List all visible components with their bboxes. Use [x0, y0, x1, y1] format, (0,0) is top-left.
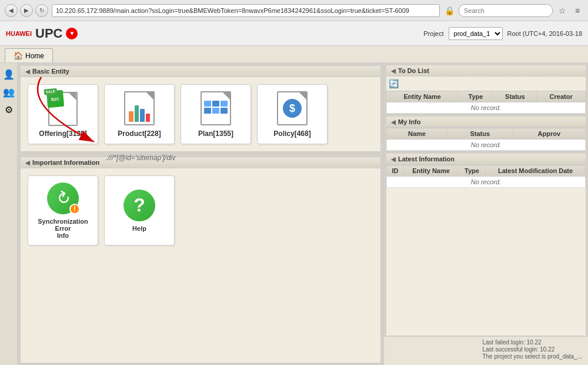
latest-title: Latest Information [398, 155, 455, 162]
latest-col-entity: Entity Name [404, 165, 459, 177]
timezone-info: Root (UTC+4, 2016-03-18 [507, 30, 582, 37]
entity-card-offering[interactable]: SALE B2C Offering[3139] [28, 84, 98, 144]
sync-icon: ↻ ! [47, 182, 79, 214]
entity-grid: SALE B2C Offering[3139] [21, 77, 380, 151]
browser-icons: ☆ ≡ [556, 5, 583, 16]
important-info-panel: ◀ Important Information ↻ ! [20, 157, 381, 363]
todo-title: To Do List [398, 67, 429, 74]
left-panels: ◀ Basic Entity SALE B2C [18, 63, 383, 365]
myinfo-col-approv: Approv [513, 128, 585, 140]
bar4 [146, 114, 151, 122]
todo-no-record: No record. [387, 102, 586, 114]
dollar-icon: $ [283, 99, 302, 118]
important-collapse-icon[interactable]: ◀ [25, 160, 30, 166]
last-success-value: 10.22 [540, 346, 554, 353]
policy-doc-icon: $ [277, 91, 308, 125]
todo-col-type: Type [458, 91, 493, 102]
sync-error-icon-area: ↻ ! [47, 182, 79, 214]
latest-collapse-icon[interactable]: ◀ [391, 156, 396, 162]
last-success-line: Last successful login: 10.22 [482, 346, 582, 353]
home-icon: 🏠 [14, 51, 23, 60]
product-icon-area [122, 91, 157, 126]
latest-no-record: No record. [387, 177, 586, 188]
app-header: HUAWEI UPC ▼ Project prod_data_1 Root (U… [0, 21, 588, 46]
sidebar-settings-icon[interactable]: ⚙ [2, 103, 15, 116]
policy-icon-area: $ [275, 91, 310, 126]
todo-toolbar: 🔄 [386, 77, 586, 91]
plan-doc-icon [201, 91, 231, 125]
sidebar-user-icon[interactable]: 👤 [2, 68, 15, 81]
company-name: HUAWEI [6, 30, 32, 37]
todo-col-creator: Creator [537, 91, 586, 102]
entity-card-product[interactable]: Product[228] [104, 84, 175, 144]
todo-header: ◀ To Do List [386, 65, 586, 77]
latest-header: ◀ Latest Information [386, 154, 586, 165]
plan-cell-4 [204, 108, 211, 114]
latest-col-id: ID [387, 165, 404, 177]
bar3 [140, 109, 145, 122]
important-info-title: Important Information [32, 159, 99, 166]
project-label: Project [423, 30, 443, 37]
entity-card-policy[interactable]: $ Policy[468] [257, 84, 328, 144]
menu-icon[interactable]: ≡ [572, 5, 583, 16]
plan-cell-1 [204, 101, 211, 107]
last-failed-label: Last failed login: [482, 339, 524, 346]
basic-entity-title: Basic Entity [32, 68, 69, 75]
xpath-annotation: .///*[@id='sitemap']/div [106, 154, 175, 162]
bookmark-icon[interactable]: ☆ [556, 5, 568, 16]
latest-col-type: Type [459, 165, 486, 177]
product-label: Product[228] [118, 130, 161, 138]
sidebar-group-icon[interactable]: 👥 [2, 85, 15, 98]
main-layout: 👤 👥 ⚙ ◀ Basic Entity [0, 63, 588, 365]
basic-entity-panel: ◀ Basic Entity SALE B2C [20, 65, 381, 152]
help-question-icon: ? [133, 194, 145, 216]
project-info-line: The project you select is prod_data_... [482, 353, 582, 360]
plan-icon-area [198, 91, 233, 126]
refresh-button[interactable]: ↻ [35, 4, 48, 17]
policy-label: Policy[468] [273, 130, 310, 138]
sync-error-line2: Info [57, 232, 69, 239]
important-info-header: ◀ Important Information [21, 157, 380, 168]
offering-icon: SALE B2C [47, 91, 79, 126]
latest-col-date: Latest Modification Date [485, 165, 585, 177]
info-cards: ↻ ! Synchronization Error Info [21, 168, 380, 253]
offering-icon-area: SALE B2C [45, 91, 81, 126]
forward-button[interactable]: ▶ [20, 4, 33, 17]
bar1 [129, 111, 133, 122]
right-panels: ◀ To Do List 🔄 Entity Name Type Status C… [383, 63, 588, 365]
tab-home[interactable]: 🏠 Home [5, 48, 53, 62]
entity-card-plan[interactable]: Plan[1355] [181, 84, 251, 144]
left-sidebar: 👤 👥 ⚙ [0, 63, 18, 365]
myinfo-panel: ◀ My Info Name Status Approv No record. [386, 117, 586, 151]
help-label: Help [132, 225, 146, 232]
bar2 [135, 105, 139, 122]
plan-cell-3 [220, 101, 228, 107]
header-right: Project prod_data_1 Root (UTC+4, 2016-03… [423, 27, 582, 40]
sync-error-card[interactable]: ↻ ! Synchronization Error Info [28, 175, 98, 245]
todo-collapse-icon[interactable]: ◀ [391, 68, 396, 74]
todo-table: Entity Name Type Status Creator No recor… [386, 91, 586, 114]
status-bar: Last failed login: 10.22 Last successful… [384, 336, 588, 365]
myinfo-collapse-icon[interactable]: ◀ [391, 119, 396, 125]
help-card[interactable]: ? Help [104, 175, 175, 245]
browser-search-input[interactable] [459, 4, 553, 17]
myinfo-col-name: Name [387, 128, 447, 140]
back-button[interactable]: ◀ [5, 4, 18, 17]
todo-col-status: Status [493, 91, 537, 102]
plan-cell-6 [220, 108, 228, 114]
offering-label: Offering[3139] [39, 130, 86, 138]
collapse-icon[interactable]: ◀ [25, 68, 30, 75]
project-selector[interactable]: prod_data_1 [449, 27, 503, 40]
myinfo-header: ◀ My Info [386, 117, 586, 128]
sync-error-label: Synchronization Error Info [32, 218, 94, 239]
todo-refresh-icon[interactable]: 🔄 [389, 79, 399, 88]
project-info: The project you select is prod_data_... [482, 353, 582, 360]
plan-label: Plan[1355] [198, 130, 233, 138]
myinfo-no-record: No record. [387, 140, 586, 151]
tab-home-label: Home [25, 52, 44, 60]
logo-icon: ▼ [66, 28, 78, 39]
url-bar[interactable] [52, 4, 440, 17]
latest-panel: ◀ Latest Information ID Entity Name Type… [386, 154, 586, 336]
todo-panel: ◀ To Do List 🔄 Entity Name Type Status C… [386, 65, 586, 114]
b2c-badge: SALE B2C [46, 90, 64, 108]
